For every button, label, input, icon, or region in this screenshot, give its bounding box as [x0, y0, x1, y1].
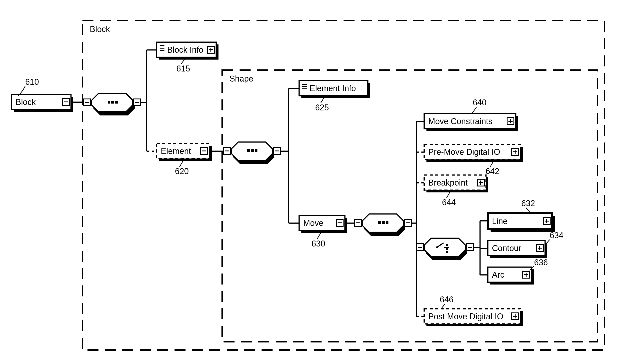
- ref-move: 630: [311, 239, 325, 248]
- junction-geom-choice[interactable]: [416, 238, 473, 260]
- frame-shape-label: Shape: [230, 74, 253, 83]
- node-post-move-dio[interactable]: Post Move Digital IO: [424, 309, 523, 326]
- node-element[interactable]: Element: [157, 143, 212, 161]
- node-block-info-label: Block Info: [167, 45, 203, 54]
- junction-block-seq[interactable]: [84, 93, 141, 116]
- expand-icon[interactable]: [207, 46, 214, 53]
- junction-move-seq[interactable]: [355, 214, 411, 236]
- expand-icon[interactable]: [536, 245, 543, 251]
- junction-element-seq[interactable]: [224, 142, 280, 164]
- collapse-icon[interactable]: [84, 99, 91, 106]
- node-element-info[interactable]: Element Info: [299, 81, 370, 98]
- node-contour-label: Contour: [492, 244, 521, 253]
- collapse-icon[interactable]: [404, 220, 411, 226]
- node-move-constraints-label: Move Constraints: [428, 117, 492, 126]
- expand-icon[interactable]: [523, 271, 529, 278]
- node-contour[interactable]: Contour: [488, 241, 547, 258]
- node-move-constraints[interactable]: Move Constraints: [424, 114, 518, 131]
- node-block-label: Block: [16, 97, 36, 107]
- ref-contour: 634: [550, 231, 563, 240]
- node-move[interactable]: Move: [299, 215, 347, 233]
- expand-icon[interactable]: [512, 313, 518, 320]
- frame-shape: Shape: [222, 70, 597, 342]
- collapse-icon[interactable]: [273, 147, 280, 154]
- expand-icon[interactable]: [477, 179, 484, 186]
- collapse-icon[interactable]: [416, 244, 423, 251]
- node-breakpoint-label: Breakpoint: [428, 178, 468, 187]
- node-post-move-dio-label: Post Move Digital IO: [428, 312, 503, 321]
- ref-block: 610: [25, 77, 39, 87]
- collapse-icon[interactable]: [466, 244, 473, 251]
- ref-pre-move-dio: 642: [486, 167, 499, 176]
- ref-breakpoint: 644: [442, 198, 456, 207]
- node-element-info-label: Element Info: [310, 84, 356, 93]
- ref-post-move-dio: 646: [440, 295, 453, 304]
- node-arc-label: Arc: [492, 270, 504, 279]
- node-breakpoint[interactable]: Breakpoint: [424, 175, 488, 192]
- node-line-label: Line: [492, 217, 508, 226]
- expand-icon[interactable]: [543, 218, 550, 224]
- ref-move-constraints: 640: [473, 98, 487, 107]
- diagram-canvas: Block Shape: [0, 0, 617, 364]
- ref-element: 620: [175, 167, 189, 176]
- node-pre-move-dio-label: Pre-Move Digital IO: [428, 147, 500, 157]
- collapse-icon[interactable]: [224, 147, 231, 154]
- frame-block-label: Block: [90, 25, 110, 34]
- node-block-info[interactable]: Block Info: [157, 42, 219, 60]
- expand-icon[interactable]: [507, 118, 514, 125]
- node-pre-move-dio[interactable]: Pre-Move Digital IO: [424, 144, 523, 162]
- svg-rect-1: [222, 70, 597, 342]
- ref-element-info: 625: [315, 103, 329, 112]
- collapse-icon[interactable]: [134, 99, 141, 106]
- expand-icon[interactable]: [512, 148, 518, 155]
- ref-block-info: 615: [176, 64, 190, 73]
- node-line[interactable]: Line: [488, 213, 555, 232]
- ref-line: 632: [521, 199, 535, 208]
- node-move-label: Move: [303, 218, 323, 228]
- ref-arc: 636: [534, 258, 548, 267]
- node-arc[interactable]: Arc: [488, 267, 534, 285]
- collapse-icon[interactable]: [336, 220, 343, 226]
- collapse-icon[interactable]: [201, 147, 207, 154]
- node-block[interactable]: Block: [12, 94, 73, 112]
- node-element-label: Element: [161, 146, 191, 156]
- collapse-icon[interactable]: [355, 220, 361, 226]
- collapse-icon[interactable]: [62, 99, 69, 105]
